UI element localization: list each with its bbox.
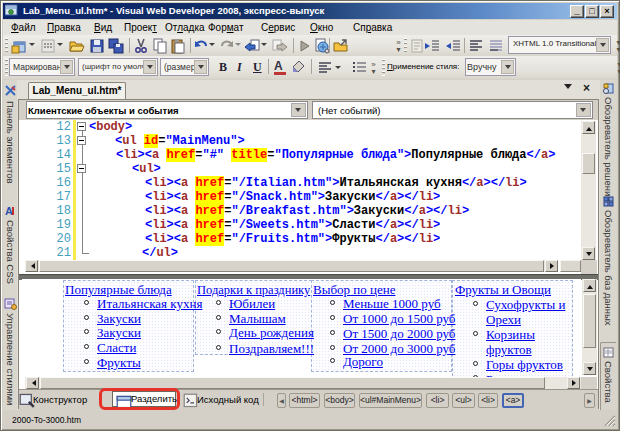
svg-text:A: A (274, 59, 283, 73)
svg-text:A: A (5, 205, 13, 217)
